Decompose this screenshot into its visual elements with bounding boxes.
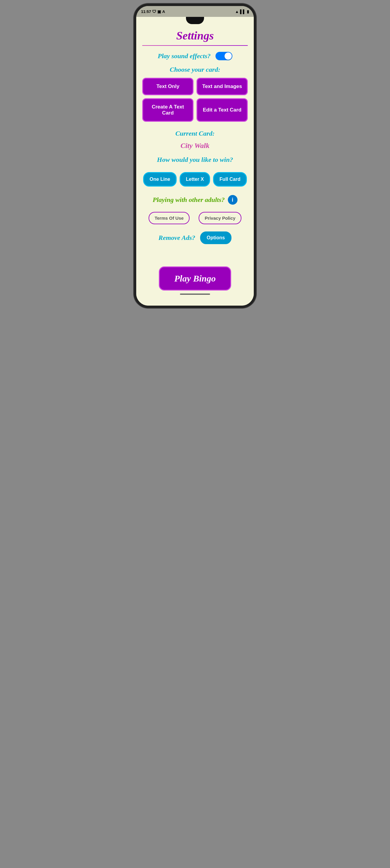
adults-row: Playing with other adults? i [153, 195, 238, 205]
signal-icon: ▌▌ [240, 9, 246, 14]
time-display: 11:57 [141, 9, 151, 14]
keyboard-icon: A [162, 9, 165, 14]
home-bar [180, 293, 210, 295]
sim-icon: ▣ [157, 9, 161, 14]
one-line-button[interactable]: One Line [143, 172, 176, 187]
status-left: 11:57 🛡 ▣ A [141, 9, 165, 14]
battery-icon: ▮ [247, 9, 249, 14]
current-card-value: City Walk [175, 142, 215, 150]
sound-effects-row: Play sound effects? [142, 52, 248, 60]
legal-row: Terms Of Use Privacy Policy [149, 212, 241, 224]
options-button[interactable]: Options [200, 231, 232, 244]
choose-card-label: Choose your card: [170, 66, 220, 73]
current-card-section: Current Card: City Walk [175, 130, 215, 150]
remove-ads-label: Remove Ads? [158, 234, 195, 242]
current-card-label: Current Card: [175, 130, 215, 137]
privacy-policy-button[interactable]: Privacy Policy [199, 212, 241, 224]
remove-ads-row: Remove Ads? Options [158, 231, 232, 244]
terms-of-use-button[interactable]: Terms Of Use [149, 212, 189, 224]
page-title: Settings [176, 29, 214, 42]
status-bar: 11:57 🛡 ▣ A ▲ ▌▌ ▮ [136, 6, 254, 17]
text-and-images-button[interactable]: Text and Images [197, 78, 248, 95]
sound-effects-label: Play sound effects? [158, 52, 211, 60]
camera-notch [186, 17, 204, 24]
status-right: ▲ ▌▌ ▮ [235, 9, 249, 14]
card-action-row: Create A Text Card Edit a Text Card [142, 98, 248, 122]
card-type-row: Text Only Text and Images [142, 78, 248, 95]
full-card-button[interactable]: Full Card [213, 172, 246, 187]
adults-label: Playing with other adults? [153, 196, 225, 204]
sound-effects-toggle[interactable] [215, 52, 232, 60]
win-options-row: One Line Letter X Full Card [143, 172, 246, 187]
create-text-card-button[interactable]: Create A Text Card [142, 98, 193, 122]
letter-x-button[interactable]: Letter X [180, 172, 210, 187]
text-only-button[interactable]: Text Only [142, 78, 193, 95]
info-icon[interactable]: i [228, 195, 238, 205]
phone-frame: 11:57 🛡 ▣ A ▲ ▌▌ ▮ Settings Play sound e… [136, 6, 254, 306]
shield-icon: 🛡 [152, 9, 156, 14]
wifi-icon: ▲ [235, 9, 239, 14]
edit-text-card-button[interactable]: Edit a Text Card [197, 98, 248, 122]
title-divider [142, 45, 248, 46]
play-bingo-button[interactable]: Play Bingo [159, 267, 231, 290]
home-indicator-area [142, 290, 248, 297]
main-content: Settings Play sound effects? Choose your… [136, 17, 254, 306]
win-condition-label: How would you like to win? [157, 156, 233, 164]
